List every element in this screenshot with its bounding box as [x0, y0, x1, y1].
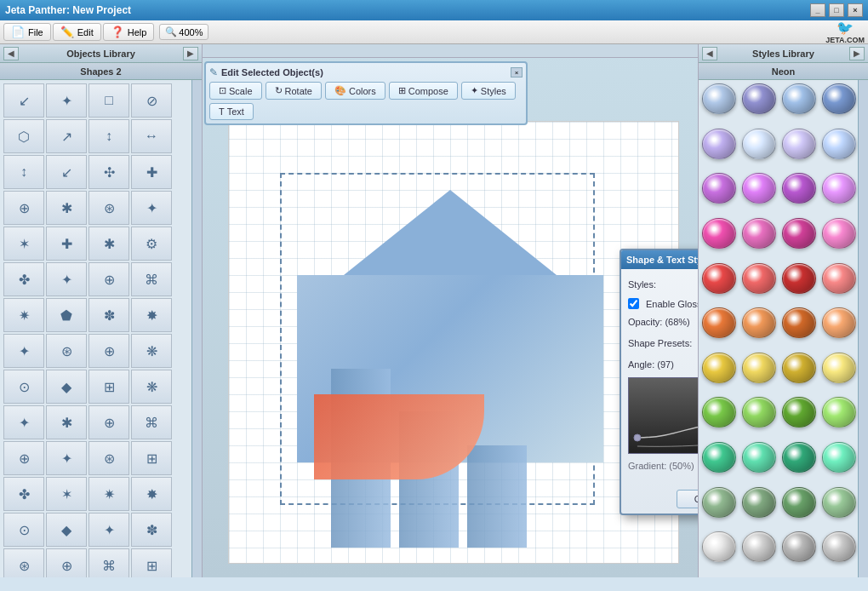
shape-cell[interactable]: ↕: [89, 119, 129, 153]
shape-cell[interactable]: ✦: [89, 513, 129, 547]
style-ball[interactable]: [782, 218, 816, 249]
style-ball[interactable]: [822, 531, 856, 562]
shape-cell[interactable]: ◆: [46, 370, 87, 404]
style-ball[interactable]: [702, 218, 736, 249]
shape-cell[interactable]: ⊕: [3, 191, 44, 225]
style-ball[interactable]: [822, 353, 856, 383]
styles-library-scrollbar[interactable]: [858, 80, 868, 577]
style-ball[interactable]: [742, 83, 776, 114]
shape-cell[interactable]: ⊞: [131, 548, 172, 577]
shape-cell[interactable]: ✤: [3, 262, 44, 296]
shape-cell[interactable]: ❋: [131, 370, 172, 404]
style-ball[interactable]: [742, 263, 776, 294]
styles-prev-button[interactable]: ◀: [702, 47, 717, 60]
shape-cell[interactable]: ✶: [46, 477, 87, 511]
shape-cell[interactable]: ⊛: [3, 548, 44, 577]
style-ball[interactable]: [702, 531, 736, 562]
shape-cell[interactable]: ✚: [131, 155, 172, 189]
shape-cell[interactable]: ↙: [46, 155, 87, 189]
shape-cell[interactable]: ⊛: [46, 334, 87, 368]
style-ball[interactable]: [742, 487, 776, 518]
compose-button[interactable]: ⊞ Compose: [389, 82, 458, 100]
shape-cell[interactable]: ⊞: [131, 441, 172, 475]
shape-cell[interactable]: ⚙: [131, 227, 172, 261]
shape-cell[interactable]: ✦: [3, 334, 44, 368]
shape-cell[interactable]: □: [89, 83, 129, 118]
shape-cell[interactable]: ⊕: [3, 441, 44, 475]
shape-cell[interactable]: ❋: [131, 334, 172, 368]
shape-cell[interactable]: ⊛: [89, 191, 129, 225]
style-ball[interactable]: [702, 83, 736, 114]
shape-cell[interactable]: ⊕: [89, 262, 129, 296]
shape-cell[interactable]: ⊕: [89, 334, 129, 368]
shape-cell[interactable]: ✽: [131, 513, 172, 547]
styles-next-button[interactable]: ▶: [849, 47, 865, 60]
style-ball[interactable]: [822, 442, 856, 473]
shape-cell[interactable]: ✦: [3, 405, 44, 439]
shape-cell[interactable]: ✽: [89, 298, 129, 332]
objects-next-button[interactable]: ▶: [183, 47, 198, 60]
style-ball[interactable]: [782, 487, 816, 518]
objects-library-scrollbar[interactable]: [191, 80, 202, 577]
text-button[interactable]: T Text: [209, 103, 254, 120]
shape-cell[interactable]: ⌘: [131, 262, 172, 296]
style-ball[interactable]: [822, 307, 856, 338]
colors-button[interactable]: 🎨 Colors: [325, 82, 385, 100]
style-ball[interactable]: [782, 531, 816, 562]
shape-cell[interactable]: ✱: [46, 405, 87, 439]
style-ball[interactable]: [702, 353, 736, 383]
shape-cell[interactable]: ⊕: [89, 405, 129, 439]
styles-button[interactable]: ✦ Styles: [461, 82, 516, 100]
rotate-button[interactable]: ↻ Rotate: [266, 82, 322, 100]
shape-cell[interactable]: ✣: [89, 155, 129, 189]
shape-cell[interactable]: ⊙: [3, 513, 44, 547]
style-ball[interactable]: [822, 397, 856, 427]
style-ball[interactable]: [782, 173, 816, 204]
shape-cell[interactable]: ⊘: [131, 83, 172, 118]
style-ball[interactable]: [742, 442, 776, 473]
style-ball[interactable]: [702, 129, 736, 159]
toolbar-close-icon[interactable]: ×: [511, 67, 523, 77]
shape-cell[interactable]: ◆: [46, 513, 87, 547]
shape-cell[interactable]: ⬡: [3, 119, 44, 153]
shape-cell[interactable]: ✱: [89, 227, 129, 261]
objects-prev-button[interactable]: ◀: [3, 47, 19, 60]
shape-cell[interactable]: ⊕: [46, 548, 87, 577]
style-ball[interactable]: [742, 129, 776, 159]
style-ball[interactable]: [702, 307, 736, 338]
edit-menu[interactable]: ✏️ Edit: [53, 23, 101, 41]
shape-cell[interactable]: ✶: [3, 227, 44, 261]
style-ball[interactable]: [782, 353, 816, 383]
style-ball[interactable]: [782, 397, 816, 427]
minimize-button[interactable]: _: [810, 3, 825, 17]
style-ball[interactable]: [822, 263, 856, 294]
shape-cell[interactable]: ↕: [3, 155, 44, 189]
close-button[interactable]: ×: [848, 3, 863, 17]
style-ball[interactable]: [822, 487, 856, 518]
style-ball[interactable]: [702, 173, 736, 204]
style-ball[interactable]: [742, 307, 776, 338]
canvas-grid[interactable]: [229, 122, 678, 563]
shape-cell[interactable]: ✦: [46, 441, 87, 475]
shape-cell[interactable]: ↗: [46, 119, 87, 153]
style-ball[interactable]: [702, 487, 736, 518]
shape-cell[interactable]: ⌘: [131, 405, 172, 439]
shape-cell[interactable]: ⌘: [89, 548, 129, 577]
style-ball[interactable]: [822, 173, 856, 204]
style-ball[interactable]: [742, 397, 776, 427]
shape-cell[interactable]: ✱: [46, 191, 87, 225]
shape-cell[interactable]: ✤: [3, 477, 44, 511]
dialog-close-button[interactable]: Close: [677, 490, 698, 508]
style-ball[interactable]: [782, 307, 816, 338]
style-ball[interactable]: [702, 263, 736, 294]
style-ball[interactable]: [782, 83, 816, 114]
style-ball[interactable]: [822, 83, 856, 114]
curve-editor[interactable]: [628, 377, 698, 454]
help-menu[interactable]: ❓ Help: [103, 23, 155, 41]
style-ball[interactable]: [742, 353, 776, 383]
style-ball[interactable]: [742, 218, 776, 249]
style-ball[interactable]: [822, 129, 856, 159]
shape-cell[interactable]: ✚: [46, 227, 87, 261]
shape-cell[interactable]: ↙: [3, 83, 44, 118]
style-ball[interactable]: [782, 263, 816, 294]
